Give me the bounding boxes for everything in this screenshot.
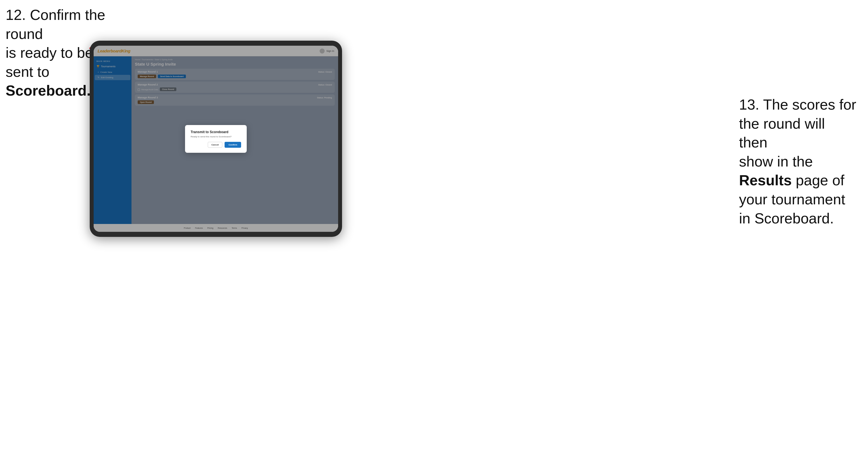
results-bold: Results: [739, 172, 792, 188]
instruction-line1: 12. Confirm the round: [6, 7, 105, 42]
instruction-right-line1: 13. The scores forthe round will thensho…: [739, 96, 856, 226]
modal-buttons: Cancel Confirm: [191, 142, 241, 148]
tablet-screen: LeaderboardKing Sign In MAIN MENU 🏆 Tour…: [94, 46, 338, 232]
transmit-modal: Transmit to Scoreboard Ready to send thi…: [185, 125, 247, 153]
instruction-line2: is ready to be sent to: [6, 44, 93, 80]
modal-overlay: Transmit to Scoreboard Ready to send thi…: [94, 46, 338, 232]
tablet-frame: LeaderboardKing Sign In MAIN MENU 🏆 Tour…: [90, 41, 342, 237]
confirm-button[interactable]: Confirm: [224, 142, 241, 148]
cancel-button[interactable]: Cancel: [208, 142, 222, 148]
modal-subtitle: Ready to send this round to Scoreboard?: [191, 135, 241, 138]
instruction-right: 13. The scores forthe round will thensho…: [739, 95, 857, 228]
instruction-bold: Scoreboard.: [6, 83, 91, 99]
modal-title: Transmit to Scoreboard: [191, 130, 241, 134]
